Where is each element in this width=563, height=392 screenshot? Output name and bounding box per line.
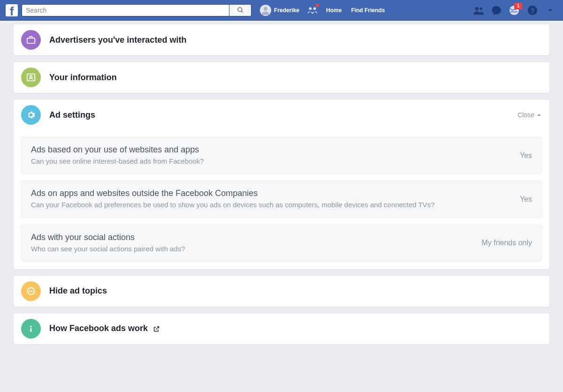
svg-rect-16 (30, 328, 31, 332)
ad-setting-social-actions[interactable]: Ads with your social actions Who can see… (21, 225, 542, 262)
svg-line-1 (241, 11, 243, 12)
section-advertisers-header[interactable]: Advertisers you've interacted with (14, 24, 549, 55)
section-ad-settings-header[interactable]: Ad settings Close (14, 99, 549, 130)
external-link-icon (153, 325, 160, 332)
svg-point-0 (237, 8, 242, 12)
section-your-info-header[interactable]: Your information (14, 62, 549, 93)
close-label: Close (517, 111, 534, 119)
friends-icon (473, 5, 484, 15)
section-hide-topics: Hide ad topics (13, 275, 550, 307)
setting-desc: Can your Facebook ad preferences be used… (31, 200, 509, 210)
nav-home[interactable]: Home (321, 4, 346, 16)
svg-rect-10 (27, 38, 35, 43)
setting-desc: Who can see your social actions paired w… (31, 244, 470, 254)
svg-text:?: ? (531, 7, 535, 14)
notifications-button[interactable]: 1 (508, 4, 520, 16)
setting-value: Yes (520, 151, 532, 160)
gear-icon (21, 105, 41, 125)
svg-point-6 (479, 7, 482, 10)
section-hide-topics-title: Hide ad topics (49, 286, 542, 296)
svg-point-3 (309, 7, 312, 10)
svg-point-4 (313, 7, 316, 10)
ad-setting-websites-apps[interactable]: Ads based on your use of websites and ap… (21, 137, 542, 174)
divider (389, 6, 390, 15)
avatar (260, 5, 271, 16)
nav-find-friends[interactable]: Find Friends (346, 4, 389, 16)
account-menu-button[interactable] (544, 4, 556, 16)
chevron-down-icon (547, 7, 554, 14)
section-ad-settings-title: Ad settings (49, 110, 517, 120)
setting-title: Ads with your social actions (31, 233, 470, 242)
help-button[interactable]: ? (526, 4, 539, 16)
section-how-ads-work: How Facebook ads work (13, 313, 550, 345)
help-icon: ? (527, 5, 538, 15)
close-toggle[interactable]: Close (517, 111, 542, 119)
setting-value: Yes (520, 195, 532, 204)
briefcase-icon (21, 30, 41, 50)
setting-title: Ads based on your use of websites and ap… (31, 145, 509, 155)
avatar-placeholder-icon (261, 6, 270, 15)
section-your-info: Your information (13, 61, 550, 93)
info-icon (21, 319, 41, 339)
section-your-info-title: Your information (49, 73, 542, 83)
section-advertisers-title: Advertisers you've interacted with (49, 35, 542, 45)
id-card-icon (21, 68, 41, 87)
svg-point-15 (30, 325, 32, 327)
section-how-ads-work-title: How Facebook ads work (49, 324, 542, 333)
divider (523, 6, 524, 15)
minus-circle-icon (21, 281, 41, 301)
search-button[interactable] (229, 4, 251, 16)
section-how-ads-work-header[interactable]: How Facebook ads work (14, 313, 549, 344)
friend-activity-badge (316, 4, 319, 7)
search-icon (237, 7, 244, 14)
page-content: Advertisers you've interacted with Your … (0, 0, 563, 345)
divider (303, 6, 304, 15)
setting-desc: Can you see online interest-based ads fr… (31, 157, 509, 166)
section-advertisers: Advertisers you've interacted with (13, 24, 550, 56)
friend-requests-button[interactable] (472, 4, 485, 16)
setting-title: Ads on apps and websites outside the Fac… (31, 188, 509, 198)
profile-name: Frederike (274, 7, 299, 14)
profile-link[interactable]: Frederike (256, 4, 303, 16)
search-input[interactable] (22, 4, 229, 16)
svg-point-5 (475, 7, 479, 10)
messenger-icon (491, 5, 502, 15)
section-hide-topics-header[interactable]: Hide ad topics (14, 276, 549, 307)
section-ad-settings: Ad settings Close Ads based on your use … (13, 99, 550, 270)
notifications-badge: 1 (514, 3, 522, 9)
facebook-logo[interactable]: f (6, 4, 18, 16)
chevron-up-icon (536, 112, 542, 118)
svg-point-12 (30, 75, 32, 78)
svg-point-2 (264, 7, 267, 10)
ad-settings-body: Ads based on your use of websites and ap… (14, 137, 549, 269)
topbar: f Frederike Home Find Friends 1 ? (0, 0, 563, 21)
setting-value: My friends only (481, 239, 532, 247)
ad-setting-outside-companies[interactable]: Ads on apps and websites outside the Fac… (21, 181, 542, 218)
search-container (22, 4, 251, 16)
messages-button[interactable] (490, 4, 502, 16)
how-ads-work-label: How Facebook ads work (49, 324, 148, 333)
friend-activity-button[interactable] (306, 4, 319, 16)
